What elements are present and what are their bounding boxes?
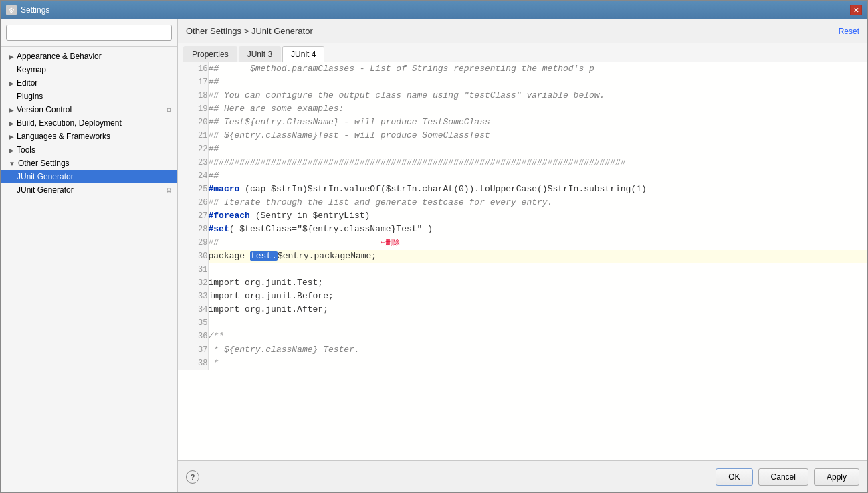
table-row: 22 ## (178, 142, 867, 156)
sidebar-item-languages[interactable]: ▶ Languages & Frameworks (1, 130, 177, 143)
panel-header: Other Settings > JUnit Generator Reset (178, 19, 867, 43)
table-row: 20 ## Test${entry.ClassName} - will prod… (178, 116, 867, 129)
sidebar-item-label: Editor (17, 78, 37, 88)
sidebar-item-tools[interactable]: ▶ Tools (1, 143, 177, 157)
arrow-icon: ▶ (9, 53, 14, 60)
arrow-icon: ▶ (9, 106, 14, 114)
code-editor[interactable]: 16 ## $method.paramClasses - List of Str… (178, 62, 867, 460)
breadcrumb-parent: Other Settings (186, 26, 241, 36)
table-row: 28 #set( $testClass="${entry.className}T… (178, 223, 867, 236)
table-row: 36 /** (178, 330, 867, 343)
sidebar-item-label: Plugins (17, 92, 43, 101)
cancel-button[interactable]: Cancel (758, 468, 808, 486)
line-content: #macro (cap $strIn)$strIn.valueOf($strIn… (208, 183, 867, 196)
line-number: 38 (178, 357, 208, 370)
bottom-right: OK Cancel Apply (716, 468, 859, 486)
line-number: 26 (178, 196, 208, 209)
table-row: 25 #macro (cap $strIn)$strIn.valueOf($st… (178, 183, 867, 196)
line-number: 16 (178, 62, 208, 76)
reset-link[interactable]: Reset (839, 27, 859, 36)
sidebar-item-label: Appearance & Behavior (17, 52, 102, 61)
app-icon: ⚙ (6, 5, 17, 15)
apply-button[interactable]: Apply (814, 468, 859, 486)
line-content (208, 316, 867, 330)
table-row: 27 #foreach ($entry in $entryList) (178, 209, 867, 223)
line-number: 34 (178, 303, 208, 316)
line-number: 27 (178, 209, 208, 223)
table-row: 33 import org.junit.Before; (178, 290, 867, 303)
line-number: 28 (178, 223, 208, 236)
sidebar-item-label: Build, Execution, Deployment (17, 118, 122, 128)
table-row: 26 ## Iterate through the list and gener… (178, 196, 867, 209)
sidebar-item-label: Tools (17, 145, 35, 155)
line-number: 24 (178, 169, 208, 183)
line-content: * ${entry.className} Tester. (208, 343, 867, 357)
sidebar-item-label: Version Control (17, 105, 72, 114)
arrow-icon: ▶ (9, 120, 14, 127)
line-content: ## (208, 76, 867, 89)
table-row: 38 * (178, 357, 867, 370)
line-number: 37 (178, 343, 208, 357)
line-content: #set( $testClass="${entry.className}Test… (208, 223, 867, 236)
arrow-icon: ▶ (9, 80, 14, 87)
sidebar-item-label: Languages & Frameworks (17, 132, 110, 141)
line-number: 19 (178, 102, 208, 116)
close-button[interactable]: ✕ (850, 5, 862, 15)
line-number: 25 (178, 183, 208, 196)
line-content: /** (208, 330, 867, 343)
sidebar-item-appearance[interactable]: ▶ Appearance & Behavior (1, 50, 177, 63)
sidebar-item-version-control[interactable]: ▶ Version Control ⚙ (1, 103, 177, 116)
line-content (208, 263, 867, 276)
line-content: ## (208, 169, 867, 183)
line-number: 21 (178, 129, 208, 142)
line-number: 30 (178, 250, 208, 263)
line-number: 33 (178, 290, 208, 303)
sidebar-item-junit-gen-selected[interactable]: JUnit Generator (1, 170, 177, 183)
sidebar-item-other-settings[interactable]: ▼ Other Settings (1, 157, 177, 170)
table-row: 18 ## You can configure the output class… (178, 89, 867, 102)
search-box (1, 19, 177, 47)
line-number: 31 (178, 263, 208, 276)
sidebar-item-editor[interactable]: ▶ Editor (1, 76, 177, 90)
tab-junit4[interactable]: JUnit 4 (282, 46, 324, 62)
sidebar-item-label: Other Settings (18, 159, 70, 168)
ok-button[interactable]: OK (716, 468, 752, 486)
line-content: import org.junit.Before; (208, 290, 867, 303)
help-button[interactable]: ? (186, 470, 199, 484)
sidebar-item-keymap[interactable]: Keymap (1, 63, 177, 76)
gear-icon: ⚙ (166, 106, 172, 114)
sidebar-item-label: JUnit Generator (17, 185, 74, 195)
sidebar-item-build[interactable]: ▶ Build, Execution, Deployment (1, 116, 177, 130)
line-content: ## $method.paramClasses - List of String… (208, 62, 867, 76)
breadcrumb: Other Settings > JUnit Generator (186, 26, 313, 36)
line-number: 23 (178, 156, 208, 169)
tab-properties[interactable]: Properties (183, 46, 237, 62)
table-row: 37 * ${entry.className} Tester. (178, 343, 867, 357)
code-table: 16 ## $method.paramClasses - List of Str… (178, 62, 867, 370)
line-number: 18 (178, 89, 208, 102)
bottom-bar: ? OK Cancel Apply (178, 460, 867, 492)
line-number: 36 (178, 330, 208, 343)
bottom-left: ? (186, 470, 199, 484)
sidebar: ▶ Appearance & Behavior Keymap ▶ Editor … (1, 19, 178, 492)
tab-junit3[interactable]: JUnit 3 (239, 46, 281, 62)
search-input[interactable] (6, 25, 172, 41)
sidebar-item-junit-gen-2[interactable]: JUnit Generator ⚙ (1, 183, 177, 197)
sidebar-item-plugins[interactable]: Plugins (1, 90, 177, 103)
line-content: import org.junit.After; (208, 303, 867, 316)
breadcrumb-current: JUnit Generator (251, 26, 313, 36)
line-content: ## ${entry.className}Test - will produce… (208, 129, 867, 142)
line-number: 32 (178, 276, 208, 290)
table-row: 19 ## Here are some examples: (178, 102, 867, 116)
main-content: ▶ Appearance & Behavior Keymap ▶ Editor … (1, 19, 867, 492)
table-row: 16 ## $method.paramClasses - List of Str… (178, 62, 867, 76)
table-row: 34 import org.junit.After; (178, 303, 867, 316)
nav-tree: ▶ Appearance & Behavior Keymap ▶ Editor … (1, 47, 177, 492)
table-row: 29 ## ←删除 (178, 236, 867, 250)
line-number: 22 (178, 142, 208, 156)
line-content: ## You can configure the output class na… (208, 89, 867, 102)
gear-icon: ⚙ (166, 187, 172, 194)
line-content: ## Test${entry.ClassName} - will produce… (208, 116, 867, 129)
arrow-icon: ▶ (9, 133, 14, 140)
table-row: 32 import org.junit.Test; (178, 276, 867, 290)
